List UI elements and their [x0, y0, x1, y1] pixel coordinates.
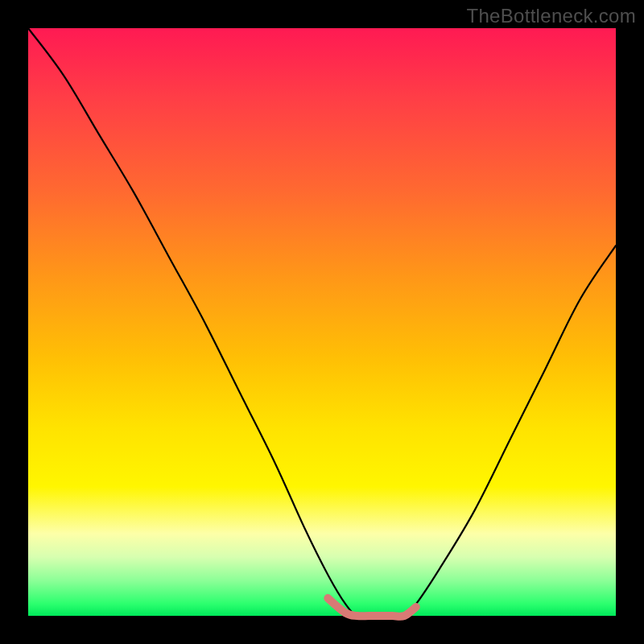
- bottom-highlight: [328, 598, 416, 617]
- plot-area: [28, 28, 616, 616]
- watermark-text: TheBottleneck.com: [466, 5, 636, 27]
- chart-frame: TheBottleneck.com: [0, 0, 644, 644]
- bottleneck-curve: [28, 28, 616, 617]
- chart-svg: [28, 28, 616, 616]
